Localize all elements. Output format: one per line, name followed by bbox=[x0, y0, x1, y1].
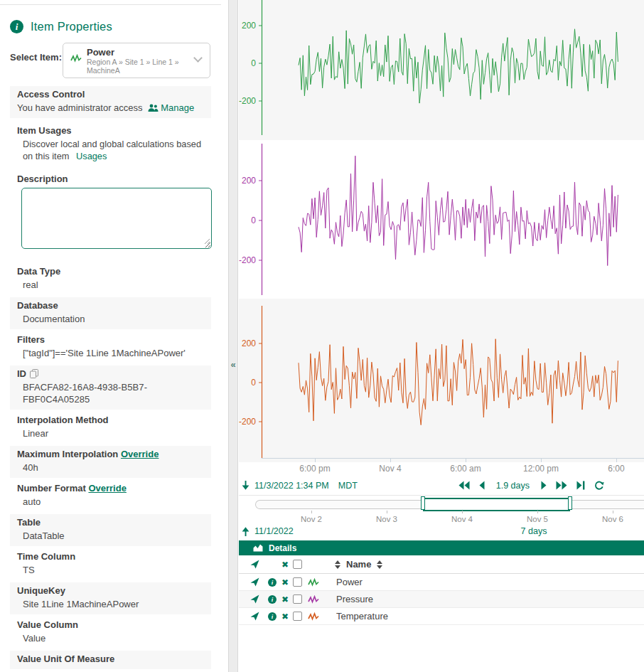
database-title: Database bbox=[17, 300, 204, 311]
trend-lane-power[interactable]: 2000-200 bbox=[239, 0, 644, 140]
details-row-power[interactable]: i ✖ Power bbox=[239, 574, 644, 591]
signal-icon bbox=[308, 578, 319, 587]
trend-line-power[interactable] bbox=[299, 29, 618, 103]
item-name[interactable]: Pressure bbox=[328, 594, 644, 604]
slider-handle-right[interactable] bbox=[568, 496, 572, 510]
maximum-interpolation-title: Maximum Interpolation Override bbox=[17, 449, 204, 460]
section-value-column: Value Column Value bbox=[10, 617, 211, 649]
name-column-label[interactable]: Name bbox=[346, 559, 371, 570]
slider-tick bbox=[613, 511, 613, 513]
select-item-row: Select Item: Power Region A » Site 1 » L… bbox=[10, 43, 221, 78]
seeq-workbench: i Item Properties Select Item: Power Reg… bbox=[0, 0, 644, 672]
trend-line-temperature[interactable] bbox=[299, 339, 618, 425]
page-title: Item Properties bbox=[31, 20, 112, 33]
row-checkbox[interactable] bbox=[293, 612, 302, 621]
override-link[interactable]: Override bbox=[121, 449, 159, 459]
section-interpolation-method: Interpolation Method Linear bbox=[10, 412, 211, 444]
item-name[interactable]: Power bbox=[328, 577, 644, 587]
panel-header: i Item Properties bbox=[10, 20, 221, 33]
name-column-header[interactable]: Name bbox=[328, 559, 644, 570]
details-row-temperature[interactable]: i ✖ Temperature bbox=[239, 608, 644, 625]
display-start-datetime[interactable]: 11/3/2022 1:34 PM bbox=[254, 481, 329, 491]
y-axis-tick-label: 200 bbox=[242, 21, 256, 31]
item-info-icon[interactable]: i bbox=[268, 595, 277, 604]
x-axis-tick-label: Nov 4 bbox=[362, 464, 419, 474]
slider-handle-left[interactable] bbox=[421, 496, 425, 510]
x-axis-tick-label: 6:00 am bbox=[437, 464, 494, 474]
y-axis-tick-label: -200 bbox=[239, 96, 256, 106]
investigate-duration-button[interactable]: 7 days bbox=[517, 526, 550, 536]
pan-right-button[interactable] bbox=[541, 481, 547, 490]
manage-link[interactable]: Manage bbox=[161, 102, 194, 113]
pan-far-right-button[interactable] bbox=[556, 481, 567, 490]
filters-value: ["tagId"]=='Site 1Line 1MachineAPower' bbox=[17, 347, 204, 359]
details-row-pressure[interactable]: i ✖ Pressure bbox=[239, 591, 644, 608]
trend-chart-icon bbox=[253, 544, 263, 552]
display-timezone[interactable]: MDT bbox=[338, 481, 358, 491]
signal-icon bbox=[70, 54, 82, 63]
slider-tick bbox=[462, 511, 463, 513]
details-table: ✖ Name i ✖ bbox=[239, 555, 644, 625]
sort-icon[interactable] bbox=[335, 560, 340, 569]
trend-lane-pressure[interactable]: 2000-200 bbox=[239, 140, 644, 299]
pan-far-left-button[interactable] bbox=[458, 481, 470, 490]
copy-icon[interactable] bbox=[30, 369, 38, 378]
remove-item-button[interactable]: ✖ bbox=[281, 612, 289, 621]
arrow-up-icon bbox=[242, 527, 249, 536]
section-data-type: Data Type real bbox=[10, 263, 211, 295]
slider-date-label: Nov 4 bbox=[441, 515, 483, 523]
auto-update-button[interactable] bbox=[594, 481, 604, 491]
users-icon bbox=[148, 104, 159, 112]
section-item-usages: Item Usages Discover local and global ca… bbox=[10, 122, 211, 166]
slider-selection[interactable] bbox=[423, 498, 570, 511]
investigate-range-slider: Nov 2 Nov 3 Nov 4 Nov 5 Nov 6 11/1/2022 … bbox=[239, 496, 644, 540]
trend-line-pressure[interactable] bbox=[299, 156, 618, 265]
investigate-range-row: 11/1/2022 7 days bbox=[239, 526, 644, 536]
table-title: Table bbox=[17, 517, 204, 528]
unique-key-value: Site 1Line 1MachineAPower bbox=[17, 598, 204, 610]
description-textarea[interactable] bbox=[21, 188, 212, 249]
row-checkbox[interactable] bbox=[293, 577, 302, 587]
section-table: Table DataTable bbox=[10, 514, 211, 546]
remove-all-button[interactable]: ✖ bbox=[281, 560, 289, 569]
display-range-start[interactable]: 11/3/2022 1:34 PM MDT bbox=[242, 481, 358, 491]
select-all-checkbox[interactable] bbox=[293, 560, 302, 569]
override-link[interactable]: Override bbox=[88, 483, 126, 494]
rocket-icon[interactable] bbox=[250, 612, 268, 621]
investigate-start-date[interactable]: 11/1/2022 bbox=[254, 526, 294, 536]
pan-left-button[interactable] bbox=[479, 481, 485, 490]
rocket-icon[interactable] bbox=[250, 594, 268, 604]
panel-splitter[interactable]: « bbox=[228, 0, 238, 672]
item-properties-panel: i Item Properties Select Item: Power Reg… bbox=[0, 0, 221, 672]
details-header-bar[interactable]: Details bbox=[239, 540, 644, 555]
unique-key-title: UniqueKey bbox=[17, 585, 204, 597]
display-duration-button[interactable]: 1.9 days bbox=[496, 481, 530, 491]
step-to-end-button[interactable] bbox=[576, 481, 585, 490]
rocket-icon[interactable] bbox=[250, 560, 268, 569]
item-name[interactable]: Temperature bbox=[328, 611, 644, 622]
item-info-icon[interactable]: i bbox=[268, 578, 277, 587]
arrow-down-icon bbox=[242, 481, 249, 490]
section-id: ID BFACFA82-16A8-4938-B5B7-FBF0C4A05285 bbox=[10, 366, 211, 410]
row-checkbox[interactable] bbox=[293, 594, 302, 604]
sort-icon[interactable] bbox=[377, 560, 382, 569]
data-type-title: Data Type bbox=[17, 266, 204, 277]
slider-tick bbox=[311, 511, 312, 513]
value-uom-title: Value Unit Of Measure bbox=[17, 654, 204, 665]
signal-icon bbox=[308, 612, 319, 621]
usages-link[interactable]: Usages bbox=[76, 151, 107, 161]
remove-item-button[interactable]: ✖ bbox=[281, 578, 289, 587]
collapse-panel-button[interactable]: « bbox=[229, 359, 237, 370]
section-database: Database Documentation bbox=[10, 297, 211, 329]
remove-item-button[interactable]: ✖ bbox=[281, 595, 289, 604]
divider bbox=[239, 495, 644, 496]
display-range-controls: 11/3/2022 1:34 PM MDT 1.9 days bbox=[239, 477, 644, 494]
database-value: Documentation bbox=[17, 313, 204, 325]
item-info-icon[interactable]: i bbox=[268, 612, 277, 621]
section-unique-key: UniqueKey Site 1Line 1MachineAPower bbox=[10, 582, 211, 614]
item-select-dropdown[interactable]: Power Region A » Site 1 » Line 1 » Machi… bbox=[63, 43, 210, 78]
rocket-icon[interactable] bbox=[250, 577, 268, 587]
investigate-range-start[interactable]: 11/1/2022 bbox=[242, 526, 294, 536]
trend-lane-temperature[interactable]: 2000-200 bbox=[239, 299, 644, 462]
details-title: Details bbox=[269, 543, 296, 553]
